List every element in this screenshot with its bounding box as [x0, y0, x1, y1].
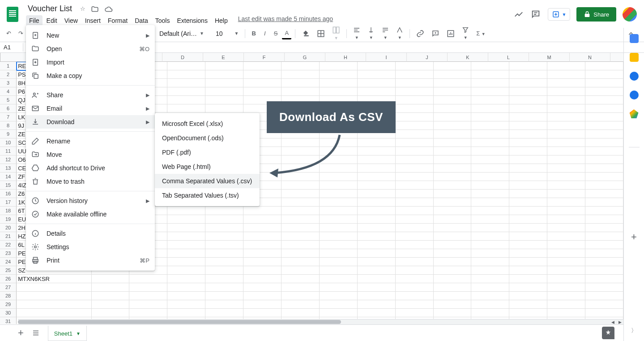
cell[interactable] — [585, 224, 623, 232]
cell[interactable] — [509, 190, 547, 198]
column-header[interactable]: M — [529, 53, 570, 62]
move-folder-icon[interactable] — [91, 5, 99, 13]
cell[interactable] — [167, 79, 205, 87]
cell[interactable] — [585, 62, 623, 70]
cell[interactable] — [509, 70, 547, 79]
cell[interactable] — [17, 283, 91, 292]
cell[interactable] — [396, 87, 434, 96]
cell[interactable] — [471, 113, 509, 121]
cell[interactable] — [434, 138, 472, 147]
comment-button[interactable] — [429, 28, 442, 39]
cell[interactable] — [396, 224, 434, 232]
cell[interactable] — [434, 190, 472, 198]
cell[interactable] — [281, 232, 320, 241]
cell[interactable] — [547, 292, 585, 300]
cell[interactable] — [434, 292, 472, 300]
row-header[interactable]: 26 — [0, 275, 17, 283]
cell[interactable] — [92, 283, 130, 292]
cell[interactable] — [281, 300, 320, 309]
file-menu-add-shortcut-to-drive[interactable]: Add shortcut to Drive — [26, 161, 155, 175]
column-header[interactable]: H — [325, 53, 366, 62]
cell[interactable] — [243, 79, 281, 87]
cell[interactable] — [205, 104, 243, 113]
file-menu-open[interactable]: Open⌘O — [26, 42, 155, 56]
cell[interactable] — [471, 224, 509, 232]
cell[interactable] — [129, 300, 167, 309]
row-header[interactable]: 27 — [0, 283, 17, 292]
cell[interactable] — [585, 207, 623, 215]
cell[interactable] — [434, 241, 472, 249]
cell[interactable] — [585, 173, 623, 181]
column-header[interactable]: J — [407, 53, 448, 62]
row-header[interactable]: 28 — [0, 292, 17, 300]
cell[interactable] — [320, 198, 358, 207]
cell[interactable] — [547, 96, 585, 104]
row-header[interactable]: 16 — [0, 190, 17, 198]
cell[interactable] — [396, 249, 434, 258]
cell[interactable] — [585, 241, 623, 249]
cell[interactable] — [585, 198, 623, 207]
cell[interactable] — [471, 130, 509, 138]
cell[interactable] — [167, 258, 205, 266]
cell[interactable] — [167, 275, 205, 283]
cell[interactable] — [358, 258, 396, 266]
cell[interactable] — [396, 241, 434, 249]
cell[interactable] — [547, 87, 585, 96]
cell[interactable] — [358, 70, 396, 79]
cell[interactable] — [547, 181, 585, 190]
cell[interactable] — [320, 309, 358, 317]
column-header[interactable]: O — [610, 53, 623, 62]
row-header[interactable]: 18 — [0, 207, 17, 215]
cell[interactable] — [509, 96, 547, 104]
halign-button[interactable]: ▼ — [350, 25, 363, 42]
cell[interactable] — [471, 121, 509, 130]
cell[interactable] — [471, 266, 509, 275]
font-size-select[interactable]: 10 ▼ — [213, 29, 241, 38]
download-option[interactable]: Comma Separated Values (.csv) — [155, 174, 260, 188]
cell[interactable] — [509, 232, 547, 241]
cell[interactable] — [471, 164, 509, 173]
cell[interactable] — [471, 147, 509, 155]
cell[interactable] — [320, 224, 358, 232]
cell[interactable] — [509, 275, 547, 283]
cell[interactable] — [547, 224, 585, 232]
cell[interactable] — [167, 224, 205, 232]
cell[interactable] — [243, 300, 281, 309]
cell[interactable] — [434, 258, 472, 266]
cell[interactable] — [547, 275, 585, 283]
cell[interactable] — [434, 104, 472, 113]
cell[interactable] — [358, 62, 396, 70]
cell[interactable] — [434, 155, 472, 164]
cell[interactable] — [92, 275, 130, 283]
column-header[interactable]: D — [162, 53, 203, 62]
cell[interactable] — [471, 198, 509, 207]
cell[interactable] — [509, 241, 547, 249]
cell[interactable] — [396, 62, 434, 70]
cell[interactable] — [281, 283, 320, 292]
cell[interactable] — [320, 292, 358, 300]
row-header[interactable]: 31 — [0, 317, 17, 324]
column-header[interactable]: L — [488, 53, 529, 62]
cell[interactable] — [585, 249, 623, 258]
cell[interactable] — [585, 275, 623, 283]
cell[interactable] — [320, 258, 358, 266]
cell[interactable] — [358, 79, 396, 87]
row-header[interactable]: 5 — [0, 96, 17, 104]
cell[interactable] — [320, 241, 358, 249]
cell[interactable] — [509, 104, 547, 113]
cell[interactable] — [205, 300, 243, 309]
cell[interactable] — [358, 275, 396, 283]
cell[interactable] — [509, 215, 547, 224]
cell[interactable] — [167, 104, 205, 113]
cell[interactable] — [509, 300, 547, 309]
cell[interactable] — [547, 113, 585, 121]
row-header[interactable]: 19 — [0, 215, 17, 224]
cell[interactable] — [320, 70, 358, 79]
cell[interactable] — [471, 155, 509, 164]
row-header[interactable]: 21 — [0, 232, 17, 241]
cell[interactable] — [205, 249, 243, 258]
cell[interactable] — [471, 96, 509, 104]
menu-format[interactable]: Format — [105, 15, 131, 26]
cell[interactable] — [509, 207, 547, 215]
cell[interactable] — [396, 121, 434, 130]
